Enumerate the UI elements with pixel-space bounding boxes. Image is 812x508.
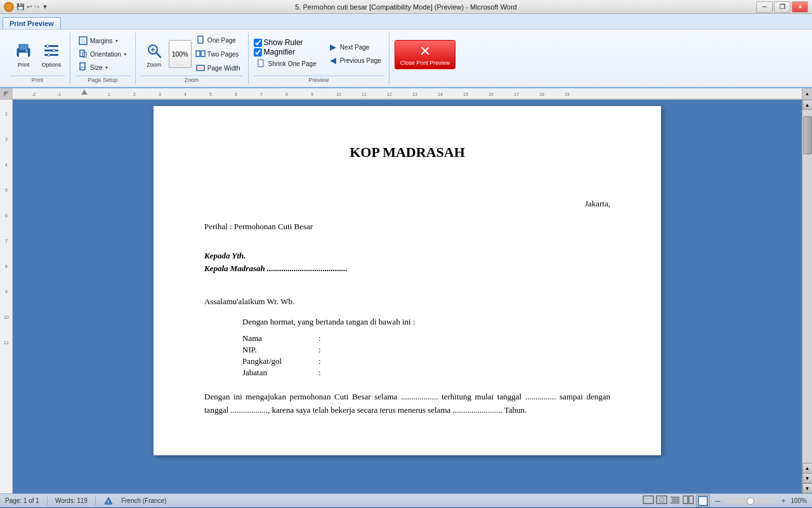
document-scroll-area[interactable]: KOP MADRASAH Jakarta, Perihal : Permohon… [13,100,802,493]
document-date: Jakarta, [204,199,610,209]
view-outline-button[interactable] [669,495,681,507]
svg-rect-1 [19,44,28,50]
options-button[interactable]: Options [38,39,65,70]
quick-access-dropdown[interactable]: ▼ [42,3,48,10]
table-row: Pangkat/gol : [242,356,610,366]
shrink-one-page-label: Shrink One Page [268,60,317,67]
ribbon-group-preview: Show Ruler Magnifier ↓ Shrink [249,32,390,84]
status-separator-2 [95,497,96,505]
size-dropdown-icon: ▼ [104,65,108,70]
quick-access-undo[interactable]: ↩ [27,3,32,10]
ribbon-group-page-setup-items: Margins ▼ Orientation ▼ [75,34,130,74]
field-nama-colon: : [318,333,331,344]
scroll-up-button[interactable]: ▲ [802,100,813,110]
svg-rect-64 [643,496,653,504]
status-zoom-percent: 100% [790,497,807,504]
ruler-area: -2 -1 · 1 2 3 4 5 6 7 8 9 10 11 12 13 14… [0,88,812,100]
page-setup-group-label: Page Setup [75,76,130,83]
title-bar: 💾 ↩ ↪ ▼ 5. Permohon cuti besar [Compatib… [0,0,812,14]
svg-text:19: 19 [565,92,570,97]
kepada-yth-text: Kepada Yth. [204,251,610,261]
size-icon: A4 [78,62,88,72]
ribbon-group-print-items: Print Options [10,34,65,74]
prev-page-icon [328,56,338,66]
status-zoom-minus[interactable]: ─ [715,497,721,505]
svg-text:3: 3 [159,92,161,97]
magnifier-checkbox[interactable]: Magnifier [254,48,319,57]
svg-rect-5 [44,50,58,51]
margins-button[interactable]: Margins ▼ [75,34,130,47]
next-page-icon [328,43,338,53]
magnifier-input[interactable] [254,48,262,57]
svg-text:2: 2 [5,112,8,116]
two-pages-icon [195,49,206,59]
svg-text:10: 10 [4,315,9,319]
orientation-icon [78,49,88,59]
show-ruler-checkbox[interactable]: Show Ruler [254,38,319,47]
preview-checks-col: Show Ruler Magnifier ↓ Shrink [254,38,319,70]
show-ruler-input[interactable] [254,39,262,47]
svg-text:9: 9 [311,92,313,97]
margins-label: Margins [90,37,113,44]
status-spelling-icon[interactable]: ! [103,496,114,506]
svg-marker-28 [330,58,336,64]
page-width-button[interactable]: Page Width [193,62,243,74]
window-title: 5. Permohon cuti besar [Compatibility Mo… [295,3,516,11]
svg-text:11: 11 [4,340,9,345]
zoom-display[interactable]: 100% [169,40,192,68]
ruler-corner[interactable] [0,88,13,99]
ribbon-group-zoom-items: Zoom 100% One Page [141,34,243,74]
zoom-slider[interactable] [725,498,776,504]
svg-line-17 [156,53,160,57]
salam-text: Assalamu'alaikum Wr. Wb. [204,297,610,307]
zoom-button[interactable]: Zoom [141,39,167,70]
tab-print-preview[interactable]: Print Preview [3,17,61,29]
size-label: Size [90,64,102,71]
svg-text:!: ! [107,500,108,504]
svg-text:5: 5 [5,188,8,192]
view-print-layout-button[interactable] [696,495,710,507]
magnifier-label: Magnifier [264,48,295,57]
svg-rect-11 [81,38,86,43]
print-button[interactable]: Print [10,39,37,70]
svg-point-8 [53,49,55,51]
scroll-next-page-button[interactable]: ▼ [802,473,813,483]
scroll-thumb[interactable] [803,116,812,154]
tab-stop-marker [81,90,88,95]
quick-access-save[interactable]: 💾 [16,3,24,10]
svg-text:4: 4 [5,163,8,167]
ruler-scrollbar-corner: ▲ [802,88,812,99]
restore-button[interactable]: ❐ [774,1,790,13]
scroll-prev-page-button[interactable]: ▲ [802,463,813,473]
svg-text:9: 9 [5,290,8,294]
svg-text:16: 16 [488,92,494,97]
two-pages-button[interactable]: Two Pages [193,48,243,60]
size-button[interactable]: A4 Size ▼ [75,61,130,74]
margins-icon [78,36,88,46]
view-web-button[interactable] [656,495,667,507]
main-area: 2 3 4 5 6 7 8 9 10 11 KOP MADRASAH Jakar… [0,100,812,493]
title-bar-left: 💾 ↩ ↪ ▼ [4,2,48,12]
one-page-button[interactable]: One Page [193,34,243,46]
close-button[interactable]: ✕ [792,1,808,13]
scroll-track[interactable] [802,110,812,463]
next-page-button[interactable]: Next Page [325,41,384,54]
previous-page-button[interactable]: Previous Page [325,55,384,67]
view-normal-button[interactable] [643,495,654,507]
view-reading-button[interactable] [683,495,694,507]
shrink-one-page-button[interactable]: ↓ Shrink One Page [254,57,319,70]
quick-access-redo[interactable]: ↪ [34,3,39,10]
svg-text:6: 6 [5,213,8,218]
svg-text:14: 14 [438,92,443,97]
page-width-label: Page Width [207,65,240,72]
print-group-label: Print [10,76,65,83]
status-zoom-plus[interactable]: + [781,497,785,505]
scroll-down-button[interactable]: ▼ [802,483,813,493]
ribbon-content: Print Options [0,29,812,87]
orientation-button[interactable]: Orientation ▼ [75,48,130,60]
document-header: KOP MADRASAH [204,144,610,161]
close-print-preview-button[interactable]: ✕ Close Print Preview [395,40,456,69]
orientation-label: Orientation [90,51,121,58]
minimize-button[interactable]: ─ [756,1,773,13]
orientation-dropdown-icon: ▼ [123,52,128,57]
